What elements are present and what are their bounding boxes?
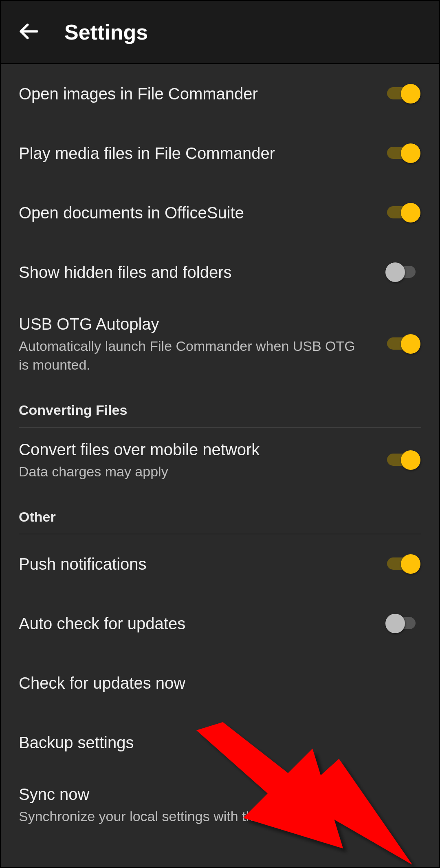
setting-convert-mobile[interactable]: Convert files over mobile network Data c… [19,427,421,493]
settings-screen: Settings Open images in File Commander P… [0,0,440,868]
setting-check-updates-now[interactable]: Check for updates now [19,653,421,713]
setting-title: USB OTG Autoplay [19,313,376,335]
toggle-switch[interactable] [385,612,421,635]
setting-auto-updates[interactable]: Auto check for updates [19,594,421,653]
setting-title: Backup settings [19,732,421,753]
toggle-switch[interactable] [385,449,421,471]
setting-title: Show hidden files and folders [19,262,376,283]
setting-title: Convert files over mobile network [19,439,376,460]
setting-subtitle: Synchronize your local settings with the… [19,807,357,826]
setting-subtitle: Automatically launch File Commander when… [19,337,357,375]
setting-backup[interactable]: Backup settings [19,713,421,772]
setting-title: Play media files in File Commander [19,143,376,164]
setting-title: Open images in File Commander [19,83,376,104]
toggle-switch[interactable] [385,201,421,224]
settings-list: Open images in File Commander Play media… [1,64,439,837]
setting-title: Open documents in OfficeSuite [19,202,376,223]
toggle-switch[interactable] [385,261,421,284]
toggle-switch[interactable] [385,553,421,575]
setting-title: Check for updates now [19,672,421,694]
app-bar: Settings [1,1,439,64]
back-arrow-icon[interactable] [17,20,40,44]
setting-sync-now[interactable]: Sync now Synchronize your local settings… [19,772,421,837]
setting-open-documents[interactable]: Open documents in OfficeSuite [19,183,421,242]
setting-hidden-files[interactable]: Show hidden files and folders [19,242,421,302]
setting-title: Auto check for updates [19,613,376,634]
setting-usb-otg[interactable]: USB OTG Autoplay Automatically launch Fi… [19,302,421,386]
setting-subtitle: Data charges may apply [19,463,357,481]
page-title: Settings [64,20,148,44]
toggle-switch[interactable] [385,333,421,355]
setting-push-notifications[interactable]: Push notifications [19,534,421,594]
setting-open-images[interactable]: Open images in File Commander [19,64,421,123]
setting-title: Push notifications [19,553,376,575]
toggle-switch[interactable] [385,82,421,105]
setting-title: Sync now [19,784,421,805]
section-header-converting: Converting Files [19,386,421,427]
setting-play-media[interactable]: Play media files in File Commander [19,123,421,183]
section-header-other: Other [19,493,421,534]
toggle-switch[interactable] [385,142,421,165]
